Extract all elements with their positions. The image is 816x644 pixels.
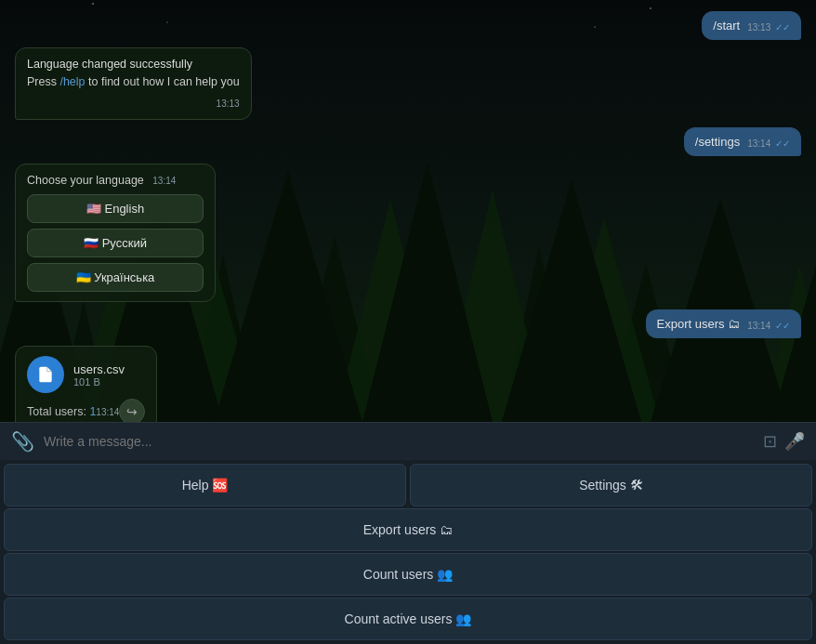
kb-row-1: Help 🆘 Settings 🛠 <box>4 464 812 506</box>
file-bubble: users.csv 101 B Total users: 1 13:14 ↪ <box>15 346 157 422</box>
file-icon <box>27 356 64 393</box>
settings-bubble: /settings 13:14 ✓✓ <box>684 127 801 156</box>
lang-changed-suffix: to find out how I can help you <box>86 75 240 88</box>
file-info: users.csv 101 B <box>73 362 125 388</box>
kb-row-3: Count users 👥 <box>4 553 812 596</box>
total-users: Total users: 1 <box>27 405 96 418</box>
message-input[interactable] <box>44 434 754 449</box>
export-message-row: Export users 🗂 13:14 ✓✓ <box>15 309 801 338</box>
file-bottom: Total users: 1 13:14 ↪ <box>27 399 145 422</box>
lang-changed-row: Language changed successfully Press /hel… <box>15 47 801 120</box>
lang-russian-btn[interactable]: 🇷🇺 Русский <box>27 229 204 257</box>
start-message-row: /start 13:13 ✓✓ <box>15 11 801 40</box>
start-time: 13:13 ✓✓ <box>747 22 790 33</box>
lang-changed-prefix: Press <box>27 75 59 88</box>
total-count: 1 <box>89 405 96 418</box>
lang-changed-bubble: Language changed successfully Press /hel… <box>15 47 252 120</box>
settings-time: 13:14 ✓✓ <box>747 138 790 149</box>
mic-icon[interactable]: 🎤 <box>784 431 805 452</box>
settings-text: /settings <box>695 135 740 149</box>
kb-row-2: Export users 🗂 <box>4 508 812 551</box>
input-area: 📎 ⊡ 🎤 <box>0 422 816 460</box>
export-ticks: ✓✓ <box>775 321 790 331</box>
lang-selector-title: Choose your language 13:14 <box>27 174 204 187</box>
settings-ticks: ✓✓ <box>775 138 790 149</box>
file-row: users.csv 101 B <box>27 356 145 393</box>
lang-selector: Choose your language 13:14 🇺🇸 English 🇷🇺… <box>15 164 216 302</box>
keyboard-area: Help 🆘 Settings 🛠 Export users 🗂 Count u… <box>0 460 816 644</box>
start-text: /start <box>713 19 740 33</box>
help-link[interactable]: /help <box>59 75 85 88</box>
attach-icon[interactable]: 📎 <box>11 430 34 453</box>
forward-button[interactable]: ↪ <box>119 399 145 422</box>
settings-message-row: /settings 13:14 ✓✓ <box>15 127 801 156</box>
export-users-button[interactable]: Export users 🗂 <box>4 508 812 551</box>
help-button[interactable]: Help 🆘 <box>4 464 406 506</box>
settings-button[interactable]: Settings 🛠 <box>410 464 812 506</box>
lang-ukrainian-btn[interactable]: 🇺🇦 Українська <box>27 263 204 292</box>
file-time: 13:14 <box>96 407 119 417</box>
file-message-row: users.csv 101 B Total users: 1 13:14 ↪ <box>15 346 801 422</box>
chat-content: /start 13:13 ✓✓ Language changed success… <box>0 0 816 422</box>
count-active-users-button[interactable]: Count active users 👥 <box>4 598 812 640</box>
lang-english-btn[interactable]: 🇺🇸 English <box>27 194 204 223</box>
lang-selector-time: 13:14 <box>152 176 176 186</box>
lang-selector-row: Choose your language 13:14 🇺🇸 English 🇷🇺… <box>15 164 801 302</box>
sticker-icon[interactable]: ⊡ <box>763 431 777 452</box>
count-users-button[interactable]: Count users 👥 <box>4 553 812 596</box>
lang-changed-line1: Language changed successfully <box>27 56 240 73</box>
lang-changed-time: 13:13 <box>217 99 240 109</box>
file-size: 101 B <box>73 376 125 388</box>
export-time: 13:14 ✓✓ <box>747 321 790 331</box>
input-right-buttons: ⊡ 🎤 <box>763 431 805 452</box>
chat-area: /start 13:13 ✓✓ Language changed success… <box>0 0 816 422</box>
lang-changed-line2: Press /help to find out how I can help y… <box>27 73 240 91</box>
file-name: users.csv <box>73 362 125 376</box>
export-text: Export users 🗂 <box>657 317 741 331</box>
start-ticks: ✓✓ <box>775 22 790 33</box>
export-bubble: Export users 🗂 13:14 ✓✓ <box>646 309 801 338</box>
kb-row-4: Count active users 👥 <box>4 598 812 640</box>
start-bubble: /start 13:13 ✓✓ <box>702 11 801 40</box>
